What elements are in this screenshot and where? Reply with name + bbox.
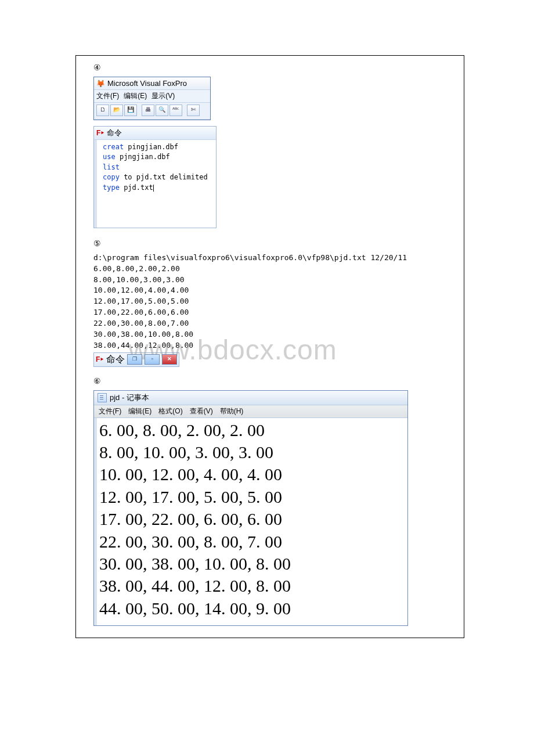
notepad-app-icon bbox=[98, 393, 107, 402]
label-four: ④ bbox=[93, 63, 446, 72]
command-title-text: 命令 bbox=[107, 128, 122, 138]
save-icon[interactable]: 💾 bbox=[124, 105, 137, 116]
new-icon[interactable]: 🗋 bbox=[96, 105, 109, 116]
foxpro-window: 🦊 Microsoft Visual FoxPro 文件(F) 编辑(E) 显示… bbox=[93, 77, 211, 120]
menu-view[interactable]: 显示(V) bbox=[151, 91, 175, 101]
np-menu-file[interactable]: 文件(F) bbox=[99, 406, 121, 416]
spell-icon[interactable]: ᴬᴮᶜ bbox=[169, 105, 182, 116]
foxpro-menubar: 文件(F) 编辑(E) 显示(V) bbox=[94, 90, 210, 103]
document-page: ④ 🦊 Microsoft Visual FoxPro 文件(F) 编辑(E) … bbox=[75, 55, 464, 638]
command-icon: F‣ bbox=[96, 129, 104, 137]
command-titlebar[interactable]: F‣ 命令 bbox=[94, 127, 216, 140]
output-text: d:\program files\visualfoxpro6\visualfox… bbox=[93, 253, 446, 351]
foxpro-toolbar: 🗋 📂 💾 🖶 🔍 ᴬᴮᶜ ✄ bbox=[94, 103, 210, 120]
foxpro-titlebar[interactable]: 🦊 Microsoft Visual FoxPro bbox=[94, 77, 210, 90]
print-icon[interactable]: 🖶 bbox=[142, 105, 154, 116]
command-icon: F‣ bbox=[96, 355, 104, 363]
cut-icon[interactable]: ✄ bbox=[187, 105, 200, 116]
np-menu-help[interactable]: 帮助(H) bbox=[220, 406, 244, 416]
np-menu-format[interactable]: 格式(O) bbox=[158, 406, 182, 416]
command-body[interactable]: creat pingjian.dbf use pjngjian.dbf list… bbox=[94, 140, 216, 228]
foxpro-app-icon: 🦊 bbox=[96, 80, 105, 88]
close-icon[interactable]: ✕ bbox=[162, 354, 177, 365]
menu-file[interactable]: 文件(F) bbox=[96, 91, 119, 101]
notepad-title-text: pjd - 记事本 bbox=[110, 393, 149, 403]
notepad-window: pjd - 记事本 文件(F) 编辑(E) 格式(O) 查看(V) 帮助(H) … bbox=[93, 390, 408, 627]
notepad-menubar: 文件(F) 编辑(E) 格式(O) 查看(V) 帮助(H) bbox=[94, 405, 407, 418]
toolbar-separator bbox=[138, 105, 140, 116]
preview-icon[interactable]: 🔍 bbox=[156, 105, 168, 116]
np-menu-edit[interactable]: 编辑(E) bbox=[128, 406, 151, 416]
np-menu-view[interactable]: 查看(V) bbox=[190, 406, 213, 416]
command-mini-titlebar[interactable]: F‣ 命令 ❐ ▫ ✕ bbox=[93, 352, 179, 367]
toolbar-separator bbox=[183, 105, 186, 116]
notepad-titlebar[interactable]: pjd - 记事本 bbox=[94, 391, 407, 405]
menu-edit[interactable]: 编辑(E) bbox=[124, 91, 147, 101]
foxpro-title-text: Microsoft Visual FoxPro bbox=[107, 79, 187, 88]
minimize-icon[interactable]: ❐ bbox=[127, 354, 142, 365]
label-five: ⑤ bbox=[93, 239, 446, 248]
maximize-icon[interactable]: ▫ bbox=[145, 354, 160, 365]
open-icon[interactable]: 📂 bbox=[110, 105, 123, 116]
command-window: F‣ 命令 creat pingjian.dbf use pjngjian.db… bbox=[93, 126, 217, 228]
label-six: ⑥ bbox=[93, 376, 446, 386]
command-mini-label: 命令 bbox=[106, 354, 125, 366]
notepad-body[interactable]: 6. 00, 8. 00, 2. 00, 2. 00 8. 00, 10. 00… bbox=[94, 418, 407, 626]
